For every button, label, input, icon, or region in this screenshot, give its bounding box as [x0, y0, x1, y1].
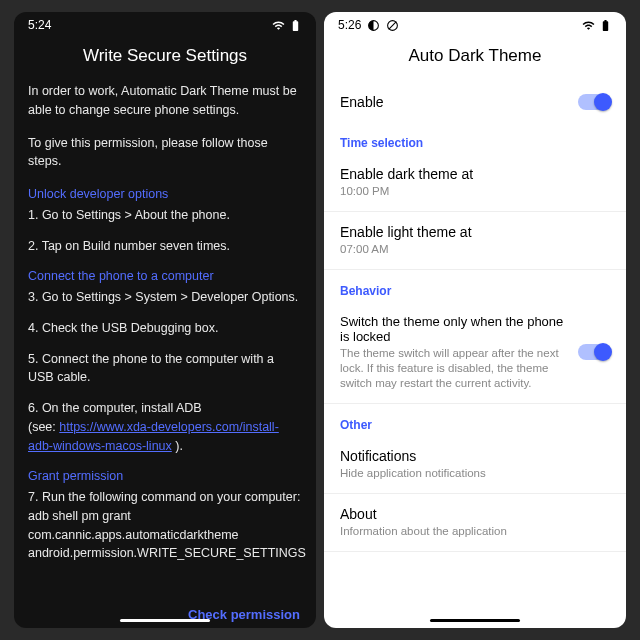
page-title: Write Secure Settings [14, 36, 316, 82]
step-6a: 6. On the computer, install ADB [28, 401, 202, 415]
home-indicator[interactable] [430, 619, 520, 622]
lock-switch[interactable] [578, 344, 610, 360]
section-head-connect: Connect the phone to a computer [28, 267, 302, 286]
lock-sub: The theme switch will appear after the n… [340, 346, 568, 391]
status-icons [272, 19, 302, 32]
step-7b: adb shell pm grant com.cannic.apps.autom… [28, 509, 306, 561]
section-head-grant: Grant permission [28, 467, 302, 486]
light-time-value: 07:00 AM [340, 242, 610, 257]
step-2: 2. Tap on Build number seven times. [28, 237, 302, 256]
about-sub: Information about the application [340, 524, 610, 539]
step-5: 5. Connect the phone to the computer wit… [28, 350, 302, 388]
screenshot-left: 5:24 Write Secure Settings In order to w… [14, 12, 316, 628]
light-time-row[interactable]: Enable light theme at 07:00 AM [324, 212, 626, 269]
enable-label: Enable [340, 94, 384, 110]
page-title: Auto Dark Theme [324, 36, 626, 82]
home-indicator[interactable] [120, 619, 210, 622]
dark-time-row[interactable]: Enable dark theme at 10:00 PM [324, 154, 626, 211]
section-head-developer: Unlock developer options [28, 185, 302, 204]
dnd-icon [386, 19, 399, 32]
step-3: 3. Go to Settings > System > Developer O… [28, 288, 302, 307]
screenshot-right: 5:26 Auto Dark Theme Enable Time selecti… [324, 12, 626, 628]
dark-time-value: 10:00 PM [340, 184, 610, 199]
about-row[interactable]: About Information about the application [324, 494, 626, 551]
notifications-row[interactable]: Notifications Hide application notificat… [324, 436, 626, 493]
step-6b: (see: [28, 420, 59, 434]
lock-label: Switch the theme only when the phone is … [340, 314, 568, 344]
light-time-label: Enable light theme at [340, 224, 610, 240]
lock-row[interactable]: Switch the theme only when the phone is … [324, 302, 626, 403]
svg-line-2 [389, 21, 397, 29]
content: In order to work, Automatic Dark Theme m… [14, 82, 316, 601]
step-4: 4. Check the USB Debugging box. [28, 319, 302, 338]
enable-row[interactable]: Enable [324, 82, 626, 122]
wifi-icon [272, 19, 285, 32]
wifi-icon [582, 19, 595, 32]
about-label: About [340, 506, 610, 522]
check-permission-button[interactable]: Check permission [14, 601, 316, 628]
status-bar: 5:24 [14, 12, 316, 36]
battery-icon [599, 19, 612, 32]
enable-switch[interactable] [578, 94, 610, 110]
adb-link[interactable]: https://www.xda-developers.com/install-a… [28, 420, 279, 453]
step-7: 7. Run the following command on your com… [28, 488, 302, 563]
notifications-sub: Hide application notifications [340, 466, 610, 481]
step-6c: ). [172, 439, 183, 453]
dark-mode-icon [367, 19, 380, 32]
divider [324, 551, 626, 552]
status-clock: 5:24 [28, 18, 51, 32]
dark-time-label: Enable dark theme at [340, 166, 610, 182]
notifications-label: Notifications [340, 448, 610, 464]
step-1: 1. Go to Settings > About the phone. [28, 206, 302, 225]
status-left: 5:26 [338, 18, 399, 32]
category-time: Time selection [324, 122, 626, 154]
step-7a: 7. Run the following command on your com… [28, 490, 300, 504]
category-other: Other [324, 404, 626, 436]
category-behavior: Behavior [324, 270, 626, 302]
status-clock: 5:26 [338, 18, 361, 32]
step-6: 6. On the computer, install ADB (see: ht… [28, 399, 302, 455]
battery-icon [289, 19, 302, 32]
status-icons [582, 19, 612, 32]
intro-text-2: To give this permission, please follow t… [28, 134, 302, 172]
intro-text-1: In order to work, Automatic Dark Theme m… [28, 82, 302, 120]
status-bar: 5:26 [324, 12, 626, 36]
